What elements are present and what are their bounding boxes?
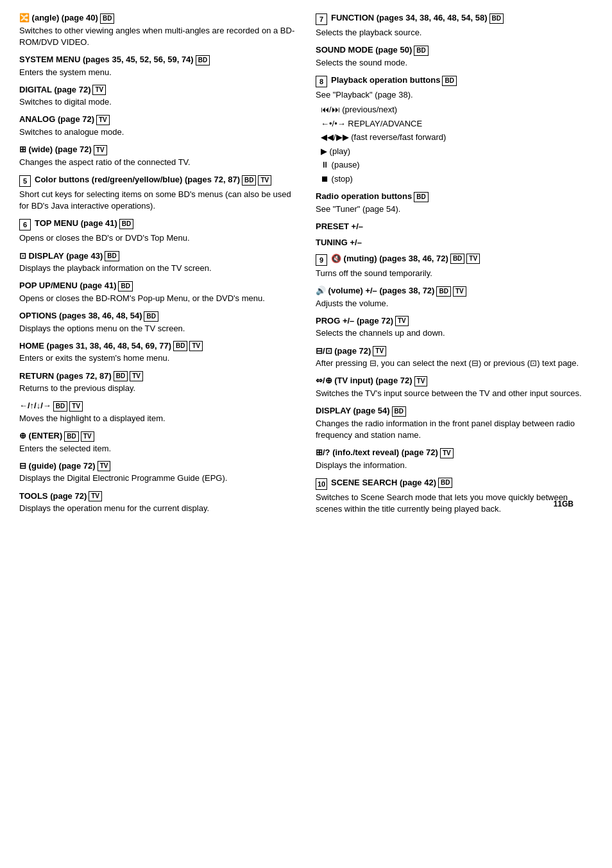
section: Radio operation buttonsBDSee "Tuner" (pa…	[316, 191, 593, 215]
section: RETURN (pages 72, 87)BDTVReturns to the …	[19, 371, 296, 395]
section: SYSTEM MENU (pages 35, 45, 52, 56, 59, 7…	[19, 55, 296, 78]
section: PROG +/– (page 72)TVSelects the channels…	[316, 316, 593, 340]
bullet-item: ←•/•→ REPLAY/ADVANCE	[321, 117, 593, 130]
section-title: DIGITAL (page 72)TV	[19, 85, 296, 96]
section-title: POP UP/MENU (page 41)BD	[19, 281, 296, 291]
section: ⊕ (ENTER)BDTVEnters the selected item.	[19, 431, 296, 455]
page-number: 11GB	[554, 499, 574, 508]
badge-bd: BD	[53, 401, 67, 412]
section: 9🔇 (muting) (pages 38, 46, 72)BDTVTurns …	[316, 254, 593, 279]
badge-bd: BD	[64, 431, 78, 442]
badge-tv: TV	[453, 286, 466, 297]
section: ⊟/⊡ (page 72)TVAfter pressing ⊟, you can…	[316, 346, 593, 370]
badge-tv: TV	[92, 85, 106, 95]
section-desc: Opens or closes the BD's or DVD's Top Me…	[19, 232, 296, 244]
section-desc: Selects the channels up and down.	[316, 327, 593, 339]
badge-tv: TV	[414, 376, 428, 386]
section: OPTIONS (pages 38, 46, 48, 54)BDDisplays…	[19, 311, 296, 334]
badge-bd: BD	[196, 55, 210, 65]
section-desc: Switches to other viewing angles when mu…	[19, 25, 296, 48]
badge-bd: BD	[173, 341, 187, 351]
section-title: FUNCTION (pages 34, 38, 46, 48, 54, 58)B…	[331, 13, 504, 24]
badge-tv: TV	[466, 254, 480, 264]
section: ⊞ (wide) (page 72)TVChanges the aspect r…	[19, 144, 296, 168]
section: POP UP/MENU (page 41)BDOpens or closes t…	[19, 281, 296, 304]
bullet-item: ▶ (play)	[321, 145, 593, 158]
section: ⊞/? (info./text reveal) (page 72)TVDispl…	[316, 447, 593, 471]
section: 🔀 (angle) (page 40)BDSwitches to other v…	[19, 13, 296, 48]
section-title: 🔇 (muting) (pages 38, 46, 72)BDTV	[331, 254, 480, 265]
section-desc: Adjusts the volume.	[316, 298, 593, 309]
page-layout: 🔀 (angle) (page 40)BDSwitches to other v…	[19, 13, 593, 521]
badge-tv: TV	[89, 491, 102, 501]
section-title: TOP MENU (page 41)BD	[35, 218, 133, 229]
section-title: ⇔/⊕ (TV input) (page 72)TV	[316, 376, 593, 386]
section-desc: Returns to the previous display.	[19, 383, 296, 394]
badge-tv: TV	[96, 115, 110, 125]
section: 8Playback operation buttonsBDSee "Playba…	[316, 75, 593, 185]
badge-bd: BD	[100, 13, 114, 24]
number-circle: 6	[19, 219, 31, 230]
badge-bd: BD	[392, 406, 406, 417]
section-desc: Displays the playback information on the…	[19, 263, 296, 274]
section-desc: Selects the playback source.	[316, 27, 593, 39]
badge-tv: TV	[81, 431, 94, 442]
bullet-list: ⏮/⏭ (previous/next)←•/•→ REPLAY/ADVANCE◀…	[321, 103, 593, 185]
section-desc: Switches to digital mode.	[19, 96, 296, 108]
section-title: 🔊 (volume) +/– (pages 38, 72)BDTV	[316, 286, 593, 297]
badge-bd: BD	[105, 251, 119, 261]
badge-tv: TV	[94, 145, 107, 155]
section-title: ⊞/? (info./text reveal) (page 72)TV	[316, 447, 593, 458]
section: TUNING +/–	[316, 238, 593, 247]
badge-bd: BD	[118, 281, 132, 291]
section-desc: Displays the Digital Electronic Programm…	[19, 473, 296, 484]
section-desc: Enters the selected item.	[19, 443, 296, 455]
section-title: Radio operation buttonsBD	[316, 191, 593, 202]
section: HOME (pages 31, 38, 46, 48, 54, 69, 77)B…	[19, 341, 296, 365]
badge-bd: BD	[414, 46, 428, 56]
section-title: SYSTEM MENU (pages 35, 45, 52, 56, 59, 7…	[19, 55, 296, 65]
section-desc: Turns off the sound temporarily.	[316, 268, 593, 279]
numbered-row: 9🔇 (muting) (pages 38, 46, 72)BDTV	[316, 254, 593, 266]
badge-tv: TV	[440, 448, 454, 458]
number-circle: 9	[316, 254, 327, 266]
bullet-item: ⏹ (stop)	[321, 173, 593, 186]
section-title: HOME (pages 31, 38, 46, 48, 54, 69, 77)B…	[19, 341, 296, 352]
badge-tv: TV	[69, 401, 83, 412]
number-circle: 10	[316, 478, 327, 490]
section-title: ⊕ (ENTER)BDTV	[19, 431, 296, 442]
section: 6TOP MENU (page 41)BDOpens or closes the…	[19, 218, 296, 244]
section-title: ⊡ DISPLAY (page 43)BD	[19, 251, 296, 262]
section: ⊡ DISPLAY (page 43)BDDisplays the playba…	[19, 251, 296, 275]
section-title: Playback operation buttonsBD	[331, 75, 457, 86]
section-desc: Short cut keys for selecting items on so…	[19, 189, 296, 212]
badge-tv: TV	[98, 461, 111, 471]
section-desc: Switches to analogue mode.	[19, 126, 296, 138]
numbered-row: 5Color buttons (red/green/yellow/blue) (…	[19, 175, 296, 187]
section-desc: Opens or closes the BD-ROM's Pop-up Menu…	[19, 293, 296, 304]
section: 5Color buttons (red/green/yellow/blue) (…	[19, 175, 296, 212]
section-desc: Displays the operation menu for the curr…	[19, 503, 296, 514]
numbered-row: 7FUNCTION (pages 34, 38, 46, 48, 54, 58)…	[316, 13, 593, 25]
section-title: ←/↑/↓/→BDTV	[19, 401, 296, 412]
section: DIGITAL (page 72)TVSwitches to digital m…	[19, 85, 296, 108]
bullet-item: ⏮/⏭ (previous/next)	[321, 103, 593, 116]
badge-bd: BD	[450, 254, 464, 264]
badge-tv: TV	[258, 175, 271, 186]
number-circle: 5	[19, 175, 31, 187]
section-title: PROG +/– (page 72)TV	[316, 316, 593, 327]
section: 10SCENE SEARCH (page 42)BDSwitches to Sc…	[316, 478, 593, 515]
badge-bd: BD	[489, 13, 504, 24]
badge-tv: TV	[395, 316, 409, 326]
section-desc: Switches the TV's input source between t…	[316, 388, 593, 399]
badge-bd: BD	[242, 175, 256, 186]
section: SOUND MODE (page 50)BDSelects the sound …	[316, 45, 593, 69]
section-title: DISPLAY (page 54)BD	[316, 406, 593, 417]
page-wrapper: 🔀 (angle) (page 40)BDSwitches to other v…	[19, 13, 593, 521]
badge-tv: TV	[189, 341, 203, 351]
numbered-row: 10SCENE SEARCH (page 42)BD	[316, 478, 593, 490]
section-title: SCENE SEARCH (page 42)BD	[331, 478, 452, 489]
section: 7FUNCTION (pages 34, 38, 46, 48, 54, 58)…	[316, 13, 593, 39]
section-desc: Switches to Scene Search mode that lets …	[316, 492, 593, 515]
section: ANALOG (page 72)TVSwitches to analogue m…	[19, 114, 296, 138]
